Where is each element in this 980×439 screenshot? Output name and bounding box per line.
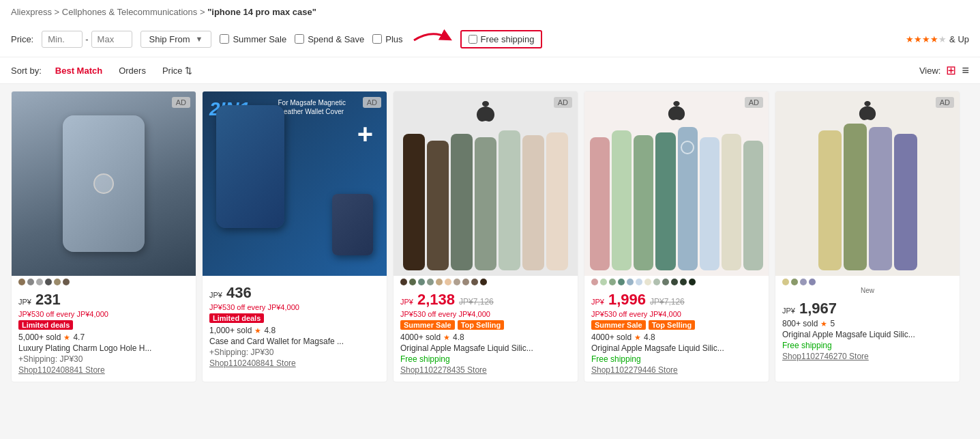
product-card-2[interactable]: 2IN1 For Magsafe MagneticLeather Wallet … [202,91,387,382]
price-row-3: JP¥ 2,138 JP¥7,126 [400,291,571,309]
price-range: - [42,31,132,48]
rating-value: 5 [830,319,835,328]
color-dot[interactable] [791,279,798,285]
breadcrumb-site[interactable]: Aliexpress [11,7,52,17]
color-dot[interactable] [809,279,816,285]
sort-orders[interactable]: Orders [116,64,149,77]
color-dot[interactable] [36,279,43,285]
color-swatches-1 [12,276,196,285]
color-dot[interactable] [800,279,807,285]
rating-value: 4.8 [264,326,276,335]
sold-count: 5,000+ sold [18,332,61,342]
product-card-5[interactable]: AD New JP¥ 1,967 800+ sold ★ 5 Original … [775,91,960,382]
free-shipping-4: Free shipping [591,354,762,364]
price-main: 436 [226,284,252,302]
product-card-3[interactable]: AD JP¥ 2,138 JP¥7,126 JP¥530 off every J… [393,91,578,382]
color-dot[interactable] [400,279,407,285]
plus-input[interactable] [372,34,382,44]
store-link-5[interactable]: Shop1102746270 Store [782,352,953,361]
sold-count: 4000+ sold [591,332,632,342]
store-link-4[interactable]: Shop1102279446 Store [591,365,762,375]
grid-view-icon[interactable]: ⊞ [946,63,956,78]
sold-row-3: 4000+ sold ★ 4.8 [400,332,571,342]
product-card-4[interactable]: AD JP¥ 1,996 JP¥7,126 JP¥530 off every J… [584,91,769,382]
color-dot[interactable] [45,279,52,285]
breadcrumb-query: "iphone 14 pro max case" [207,7,316,17]
sort-bar: Sort by: Best Match Orders Price ⇅ View:… [0,57,980,84]
filter-bar: Price: - Ship From ▼ Summer Sale Spend &… [0,21,980,57]
color-dot[interactable] [662,279,669,285]
store-link-2[interactable]: Shop1102408841 Store [209,358,380,368]
view-controls: View: ⊞ ≡ [919,63,969,78]
view-label: View: [919,66,941,76]
product-card-1[interactable]: AD JP¥ 231 JP¥530 off every JP¥4,000 Lim… [11,91,196,382]
rating-value: 4.8 [453,332,464,342]
color-dot[interactable] [653,279,660,285]
apple-logo-4 [667,98,686,122]
products-grid: AD JP¥ 231 JP¥530 off every JP¥4,000 Lim… [0,85,980,388]
apple-logo-3 [475,98,496,123]
color-dot[interactable] [609,279,616,285]
color-dot[interactable] [618,279,625,285]
price-max-input[interactable] [91,31,132,48]
color-swatches-5 [775,276,960,285]
summer-sale-input[interactable] [220,34,229,44]
rating-filter[interactable]: ★★★★★ & Up [906,34,969,44]
tag-summer-sale: Summer Sale [400,320,455,330]
color-dot[interactable] [427,279,434,285]
color-dot[interactable] [782,279,789,285]
color-dot[interactable] [591,279,598,285]
color-dot[interactable] [680,279,687,285]
tags-1: Limited deals [18,320,189,330]
color-dot[interactable] [436,279,443,285]
currency-label: JP¥ [18,298,31,306]
discount-text-2: JP¥530 off every JP¥4,000 [209,303,380,311]
color-dot[interactable] [480,279,487,285]
currency-label: JP¥ [591,298,604,306]
color-dot[interactable] [445,279,451,285]
free-shipping-filter[interactable]: Free shipping [460,30,543,48]
color-dot[interactable] [409,279,416,285]
color-dot[interactable] [627,279,634,285]
plus-checkbox[interactable]: Plus [372,34,402,44]
color-dot[interactable] [689,279,696,285]
shipping-cost-2: +Shipping: JP¥30 [209,348,380,357]
star-icon: ★ [63,333,70,342]
currency-label: JP¥ [782,307,795,315]
breadcrumb-cat[interactable]: Cellphones & Telecommunications [62,7,197,17]
price-row-2: JP¥ 436 [209,284,380,302]
spend-save-checkbox[interactable]: Spend & Save [295,34,364,44]
color-dot[interactable] [454,279,460,285]
sort-label: Sort by: [11,66,42,76]
price-min-input[interactable] [42,31,83,48]
breadcrumb-sep2: > [200,7,205,17]
product-info-5: JP¥ 1,967 800+ sold ★ 5 Original Apple M… [775,294,960,368]
ad-badge-2: AD [363,97,381,108]
color-dot[interactable] [471,279,478,285]
list-view-icon[interactable]: ≡ [962,63,969,78]
color-dot[interactable] [63,279,70,285]
sort-price[interactable]: Price ⇅ [160,64,195,77]
ship-from-button[interactable]: Ship From ▼ [140,31,212,48]
spend-save-input[interactable] [295,34,304,44]
color-dot[interactable] [27,279,34,285]
color-dot[interactable] [54,279,61,285]
color-dot[interactable] [600,279,607,285]
color-dot[interactable] [636,279,642,285]
sort-best-match[interactable]: Best Match [53,64,105,77]
product-title-4: Original Apple Magsafe Liquid Silic... [591,343,762,353]
store-link-1[interactable]: Shop1102408841 Store [18,365,189,375]
sold-row-1: 5,000+ sold ★ 4.7 [18,332,189,342]
tag-top-selling: Top Selling [458,320,504,330]
color-dot[interactable] [644,279,651,285]
summer-sale-checkbox[interactable]: Summer Sale [220,34,286,44]
color-dot[interactable] [18,279,25,285]
color-dot[interactable] [671,279,678,285]
color-dot[interactable] [418,279,425,285]
star-icon: ★ [254,326,261,335]
product-info-1: JP¥ 231 JP¥530 off every JP¥4,000 Limite… [12,285,196,382]
shipping-cost-1: +Shipping: JP¥30 [18,354,189,364]
color-dot[interactable] [462,279,469,285]
free-shipping-checkbox[interactable] [469,35,477,44]
store-link-3[interactable]: Shop1102278435 Store [400,365,571,375]
